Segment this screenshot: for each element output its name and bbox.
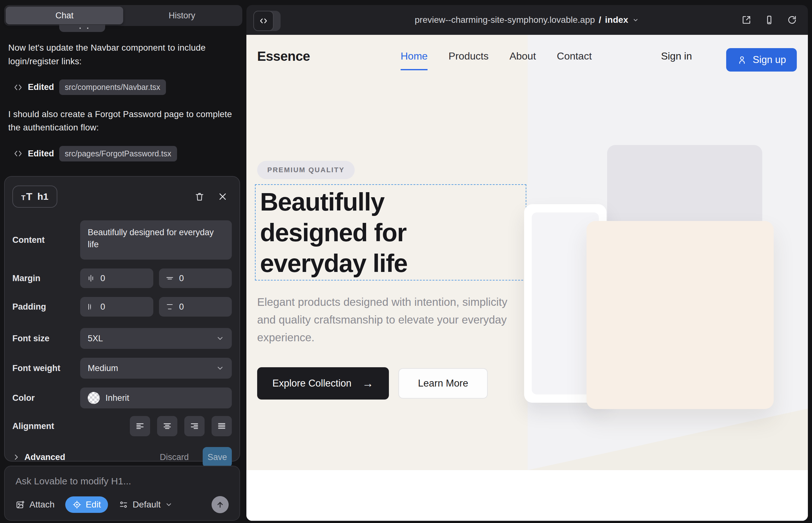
- refresh-icon: [787, 15, 797, 25]
- align-left-button[interactable]: [130, 416, 150, 436]
- code-icon: [13, 149, 23, 158]
- font-weight-value: Medium: [88, 363, 118, 373]
- code-icon: [13, 83, 23, 92]
- assistant-message: Now let's update the Navbar component to…: [8, 41, 238, 68]
- assistant-message: I should also create a Forgot Password p…: [8, 108, 238, 134]
- padding-field-label: Padding: [12, 302, 80, 312]
- padding-y-input[interactable]: [179, 302, 226, 312]
- open-external-button[interactable]: [741, 15, 752, 25]
- site-preview: Essence Home Products About Contact Sign…: [246, 35, 808, 521]
- send-button[interactable]: [212, 496, 229, 513]
- mobile-view-button[interactable]: [764, 15, 774, 25]
- chevron-down-icon: [632, 16, 639, 24]
- edited-file-row: Edited src/components/Navbar.tsx: [13, 79, 238, 95]
- attach-label: Attach: [30, 500, 54, 510]
- edited-label: Edited: [28, 82, 54, 92]
- preview-browser-panel: preview--charming-site-symphony.lovable.…: [246, 5, 808, 521]
- text-type-icon: TT: [21, 191, 32, 203]
- arrow-right-icon: →: [362, 377, 374, 390]
- element-tag: h1: [37, 191, 49, 202]
- sign-in-link[interactable]: Sign in: [661, 35, 692, 77]
- padding-horizontal-icon: [86, 302, 95, 311]
- element-editor-panel: TT h1 Content: [4, 176, 240, 462]
- alignment-label: Alignment: [12, 421, 80, 431]
- margin-y-field: [159, 269, 232, 288]
- trash-icon: [194, 192, 205, 202]
- margin-y-input[interactable]: [179, 273, 226, 283]
- site-navbar: Essence Home Products About Contact Sign…: [246, 35, 808, 77]
- margin-x-field: [80, 269, 153, 288]
- explore-collection-label: Explore Collection: [272, 378, 352, 389]
- selected-h1-outline[interactable]: Beautifully designed for everyday life: [255, 184, 526, 281]
- font-size-label: Font size: [12, 334, 80, 343]
- selected-element-badge: TT h1: [12, 185, 57, 208]
- content-field-label: Content: [12, 235, 80, 245]
- chat-composer: Attach Edit Default: [4, 466, 240, 521]
- nav-link-home[interactable]: Home: [401, 50, 427, 62]
- color-select[interactable]: Inherit: [80, 387, 232, 409]
- attach-button[interactable]: Attach: [16, 500, 54, 510]
- discard-button[interactable]: Discard: [160, 452, 189, 462]
- advanced-toggle[interactable]: Advanced: [12, 452, 65, 462]
- default-model-button[interactable]: Default: [119, 500, 173, 510]
- font-weight-select[interactable]: Medium: [80, 358, 232, 379]
- hero-heading: Beautifully designed for everyday life: [260, 187, 450, 278]
- explore-collection-button[interactable]: Explore Collection →: [257, 367, 389, 399]
- save-button[interactable]: Save: [203, 447, 232, 467]
- font-size-value: 5XL: [88, 334, 103, 343]
- delete-element-button[interactable]: [194, 192, 205, 202]
- file-chip[interactable]: src/components/Navbar.tsx: [59, 79, 166, 95]
- url-breadcrumb[interactable]: preview--charming-site-symphony.lovable.…: [415, 15, 640, 25]
- edit-mode-button[interactable]: Edit: [65, 497, 108, 513]
- margin-vertical-icon: [165, 274, 174, 283]
- learn-more-button[interactable]: Learn More: [399, 368, 488, 399]
- default-label: Default: [133, 500, 161, 510]
- chevron-down-icon: [165, 501, 173, 508]
- url-page: index: [605, 15, 628, 25]
- sliders-icon: [119, 500, 128, 509]
- site-brand[interactable]: Essence: [257, 49, 310, 64]
- content-textarea[interactable]: Beautifully designed for everyday life: [80, 220, 232, 259]
- user-icon: [737, 55, 747, 65]
- code-icon: [253, 11, 273, 31]
- browser-toolbar: preview--charming-site-symphony.lovable.…: [246, 5, 808, 35]
- align-center-button[interactable]: [157, 416, 177, 436]
- edited-label: Edited: [28, 149, 54, 159]
- close-icon: [218, 192, 227, 201]
- code-preview-toggle[interactable]: [253, 11, 281, 31]
- learn-more-label: Learn More: [418, 378, 469, 389]
- attach-image-icon: [16, 500, 25, 509]
- nav-link-products[interactable]: Products: [448, 50, 488, 62]
- lovable-sidebar: Chat History Now let's update the Navbar…: [0, 0, 246, 523]
- url-host: preview--charming-site-symphony.lovable.…: [415, 15, 595, 25]
- file-chip[interactable]: src/pages/ForgotPassword.tsx: [59, 146, 177, 161]
- nav-link-about[interactable]: About: [510, 50, 536, 62]
- app-window: Chat History Now let's update the Navbar…: [0, 0, 812, 523]
- margin-x-input[interactable]: [100, 273, 147, 283]
- align-center-icon: [162, 421, 172, 431]
- nav-link-contact[interactable]: Contact: [557, 50, 592, 62]
- tab-chat[interactable]: Chat: [6, 7, 123, 24]
- padding-vertical-icon: [165, 302, 174, 311]
- align-justify-button[interactable]: [212, 416, 232, 436]
- refresh-button[interactable]: [787, 15, 797, 25]
- sign-up-button[interactable]: Sign up: [726, 48, 797, 72]
- tab-history[interactable]: History: [123, 7, 241, 24]
- edited-file-row: Edited src/pages/ForgotPassword.tsx: [13, 146, 238, 161]
- align-right-button[interactable]: [184, 416, 205, 436]
- hero-paragraph: Elegant products designed with intention…: [257, 293, 517, 346]
- chevron-right-icon: [12, 453, 20, 461]
- padding-y-field: [159, 297, 232, 317]
- padding-x-input[interactable]: [100, 302, 147, 312]
- composer-input[interactable]: [16, 476, 229, 490]
- margin-horizontal-icon: [86, 274, 95, 283]
- target-icon: [72, 500, 82, 509]
- mobile-device-icon: [764, 15, 774, 25]
- close-editor-button[interactable]: [218, 192, 227, 201]
- color-field-label: Color: [12, 393, 80, 403]
- font-weight-label: Font weight: [12, 363, 80, 373]
- font-size-select[interactable]: 5XL: [80, 328, 232, 349]
- external-link-icon: [741, 15, 752, 25]
- color-swatch-transparent: [88, 392, 100, 404]
- color-value: Inherit: [105, 393, 129, 403]
